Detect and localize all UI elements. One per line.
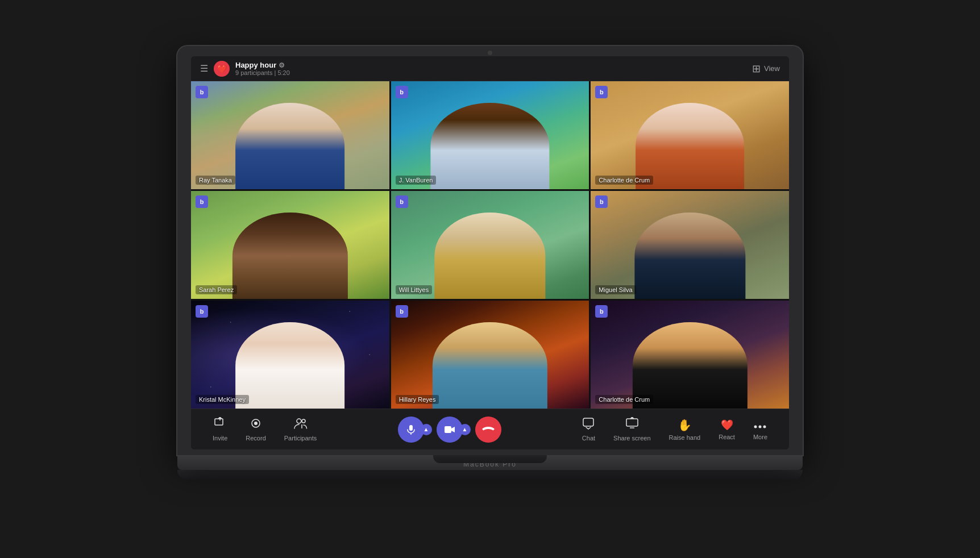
record-button[interactable]: Record [238, 414, 273, 445]
meeting-title: Happy hour ⚙ [235, 61, 290, 69]
participant-badge: b [595, 195, 608, 208]
video-cell-ray-tanaka[interactable]: b Ray Tanaka [191, 81, 389, 189]
participant-badge: b [396, 86, 408, 98]
name-label-miguel-silva: Miguel Silva [595, 285, 636, 294]
name-label-charlotte2: Charlotte de Crum [595, 395, 653, 404]
top-bar: ☰ ❤️ Happy hour ⚙ 9 participants | 5:20 … [191, 56, 789, 81]
record-icon [250, 417, 262, 432]
camera-dot [488, 51, 492, 55]
laptop-outer: ☰ ❤️ Happy hour ⚙ 9 participants | 5:20 … [177, 46, 803, 512]
svg-rect-11 [626, 419, 638, 426]
svg-point-14 [754, 426, 757, 428]
chat-label: Chat [582, 435, 595, 442]
video-cell-kristal-mckinney[interactable]: b Kristal McKinney [191, 301, 389, 409]
raise-hand-icon: ✋ [678, 418, 692, 432]
participant-badge: b [396, 195, 408, 208]
raise-hand-button[interactable]: ✋ Raise hand [661, 415, 709, 444]
share-screen-button[interactable]: Share screen [605, 414, 658, 445]
svg-point-4 [297, 419, 301, 423]
svg-rect-9 [445, 426, 451, 433]
svg-point-15 [759, 426, 762, 428]
name-label-will-littyes: Will Littyes [396, 285, 433, 294]
name-label-charlotte1: Charlotte de Crum [595, 176, 653, 185]
view-grid-icon: ⊞ [752, 63, 761, 75]
laptop-bottom: MacBook Pro [177, 455, 803, 470]
participant-badge: b [595, 305, 608, 318]
name-label-j-vanburen: J. VanBuren [396, 176, 437, 185]
invite-icon [214, 417, 226, 432]
center-controls: ▲ ▲ [398, 417, 501, 443]
cam-button[interactable] [437, 417, 463, 443]
video-cell-j-vanburen[interactable]: b J. VanBuren [391, 81, 589, 189]
video-cell-hillary-reyes[interactable]: b Hillary Reyes [391, 301, 589, 409]
share-screen-icon [626, 417, 638, 432]
laptop-notch [433, 455, 547, 463]
video-cell-will-littyes[interactable]: b Will Littyes [391, 191, 589, 299]
hangup-button[interactable] [475, 417, 501, 443]
svg-point-5 [302, 419, 305, 423]
toolbar: Invite Record [191, 409, 789, 449]
view-label: View [764, 64, 780, 73]
screen: ☰ ❤️ Happy hour ⚙ 9 participants | 5:20 … [191, 56, 789, 449]
participants-button[interactable]: Participants [276, 414, 325, 445]
top-bar-left: ☰ ❤️ Happy hour ⚙ 9 participants | 5:20 [200, 61, 290, 77]
meeting-subtitle: 9 participants | 5:20 [235, 69, 290, 76]
video-cell-sarah-perez[interactable]: b Sarah Perez [191, 191, 389, 299]
react-button[interactable]: ❤️ React [711, 415, 743, 444]
participant-badge: b [396, 305, 408, 318]
video-grid: b Ray Tanaka b J. VanBuren b [191, 81, 789, 409]
invite-button[interactable]: Invite [205, 414, 235, 445]
video-cell-miguel-silva[interactable]: b Miguel Silva [591, 191, 789, 299]
mic-button[interactable] [398, 417, 424, 443]
view-button[interactable]: ⊞ View [752, 63, 780, 75]
toolbar-right-group: Chat Share screen [574, 414, 775, 445]
top-bar-right: ⊞ View [752, 63, 780, 75]
participant-badge: b [196, 86, 208, 98]
react-icon: ❤️ [721, 419, 733, 431]
record-label: Record [246, 435, 265, 442]
gear-icon[interactable]: ⚙ [279, 61, 285, 69]
raise-hand-label: Raise hand [669, 434, 701, 441]
laptop-base [177, 470, 803, 480]
participants-icon [294, 417, 308, 432]
name-label-kristal-mckinney: Kristal McKinney [196, 395, 249, 404]
svg-point-3 [254, 422, 258, 425]
chat-icon [582, 417, 595, 432]
react-label: React [719, 434, 735, 440]
more-label: More [753, 434, 767, 440]
participant-badge: b [196, 195, 208, 208]
chat-button[interactable]: Chat [574, 414, 603, 445]
meeting-title-text: Happy hour [235, 61, 276, 69]
svg-rect-10 [583, 418, 593, 426]
svg-point-16 [763, 426, 766, 428]
mic-group: ▲ [398, 417, 432, 443]
video-cell-charlotte2[interactable]: b Charlotte de Crum [591, 301, 789, 409]
name-label-sarah-perez: Sarah Perez [196, 285, 237, 294]
participant-badge: b [196, 305, 208, 318]
cam-group: ▲ [437, 417, 471, 443]
name-label-hillary-reyes: Hillary Reyes [396, 395, 439, 404]
svg-rect-0 [215, 419, 223, 425]
laptop-screen-bezel: ☰ ❤️ Happy hour ⚙ 9 participants | 5:20 … [177, 46, 803, 455]
name-label-ray-tanaka: Ray Tanaka [196, 176, 235, 185]
participant-badge: b [595, 86, 608, 98]
hamburger-icon[interactable]: ☰ [200, 63, 208, 74]
participants-label: Participants [284, 435, 317, 442]
toolbar-left-group: Invite Record [205, 414, 325, 445]
svg-rect-7 [409, 425, 413, 431]
invite-label: Invite [213, 435, 227, 442]
more-icon [754, 418, 766, 431]
meeting-info: Happy hour ⚙ 9 participants | 5:20 [235, 61, 290, 76]
more-button[interactable]: More [745, 415, 775, 444]
share-screen-label: Share screen [613, 435, 650, 442]
meeting-icon: ❤️ [214, 61, 230, 77]
video-cell-charlotte1[interactable]: b Charlotte de Crum [591, 81, 789, 189]
